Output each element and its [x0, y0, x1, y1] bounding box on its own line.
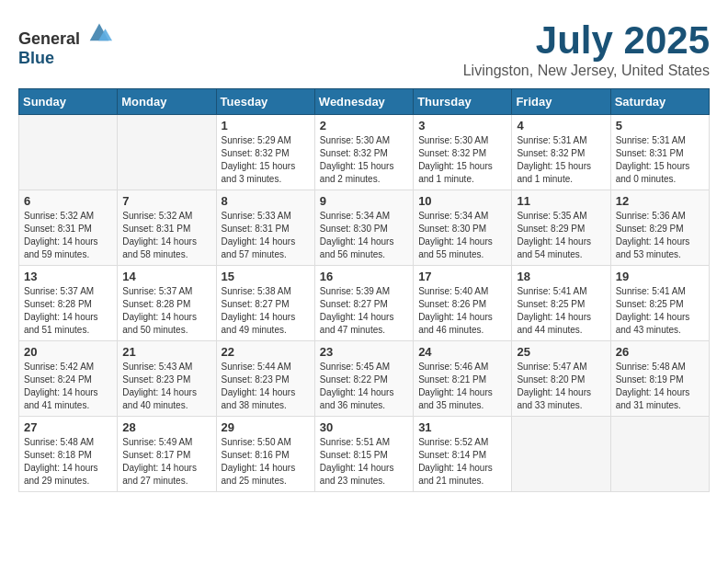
day-number: 29 [222, 420, 310, 434]
day-number: 25 [517, 345, 605, 359]
day-info: Sunrise: 5:41 AMSunset: 8:25 PMDaylight:… [517, 285, 605, 337]
calendar-cell: 1Sunrise: 5:29 AMSunset: 8:32 PMDaylight… [216, 115, 314, 190]
calendar-cell: 28Sunrise: 5:49 AMSunset: 8:17 PMDayligh… [118, 417, 216, 492]
day-info: Sunrise: 5:32 AMSunset: 8:31 PMDaylight:… [122, 210, 210, 261]
calendar-week-row: 20Sunrise: 5:42 AMSunset: 8:24 PMDayligh… [19, 341, 710, 417]
calendar-cell: 29Sunrise: 5:50 AMSunset: 8:16 PMDayligh… [216, 417, 314, 492]
weekday-header-row: SundayMondayTuesdayWednesdayThursdayFrid… [19, 89, 710, 115]
day-info: Sunrise: 5:35 AMSunset: 8:29 PMDaylight:… [517, 210, 605, 261]
calendar-table: SundayMondayTuesdayWednesdayThursdayFrid… [18, 88, 710, 492]
calendar-week-row: 13Sunrise: 5:37 AMSunset: 8:28 PMDayligh… [19, 266, 710, 341]
day-number: 19 [616, 270, 704, 283]
weekday-header: Saturday [610, 89, 709, 115]
day-info: Sunrise: 5:36 AMSunset: 8:29 PMDaylight:… [616, 210, 704, 261]
calendar-cell: 21Sunrise: 5:43 AMSunset: 8:23 PMDayligh… [118, 341, 216, 417]
calendar-cell: 17Sunrise: 5:40 AMSunset: 8:26 PMDayligh… [414, 266, 512, 341]
calendar-cell: 12Sunrise: 5:36 AMSunset: 8:29 PMDayligh… [610, 190, 709, 266]
calendar-cell: 9Sunrise: 5:34 AMSunset: 8:30 PMDaylight… [314, 190, 413, 266]
day-info: Sunrise: 5:37 AMSunset: 8:28 PMDaylight:… [24, 285, 112, 337]
weekday-header: Sunday [19, 89, 118, 115]
day-number: 12 [616, 194, 704, 208]
day-info: Sunrise: 5:49 AMSunset: 8:17 PMDaylight:… [122, 436, 210, 488]
day-number: 17 [418, 270, 506, 283]
calendar-cell: 2Sunrise: 5:30 AMSunset: 8:32 PMDaylight… [314, 115, 413, 190]
logo-icon [86, 18, 112, 44]
calendar-cell: 10Sunrise: 5:34 AMSunset: 8:30 PMDayligh… [414, 190, 512, 266]
day-info: Sunrise: 5:44 AMSunset: 8:23 PMDaylight:… [222, 361, 310, 412]
day-info: Sunrise: 5:41 AMSunset: 8:25 PMDaylight:… [616, 285, 704, 337]
day-number: 14 [122, 270, 210, 283]
day-number: 26 [616, 345, 704, 359]
day-info: Sunrise: 5:50 AMSunset: 8:16 PMDaylight:… [222, 436, 310, 488]
day-number: 2 [320, 119, 408, 132]
weekday-header: Wednesday [314, 89, 413, 115]
calendar-cell: 26Sunrise: 5:48 AMSunset: 8:19 PMDayligh… [610, 341, 709, 417]
calendar-cell: 14Sunrise: 5:37 AMSunset: 8:28 PMDayligh… [118, 266, 216, 341]
day-number: 1 [222, 119, 310, 132]
calendar-cell: 19Sunrise: 5:41 AMSunset: 8:25 PMDayligh… [610, 266, 709, 341]
day-number: 9 [320, 194, 408, 208]
day-info: Sunrise: 5:29 AMSunset: 8:32 PMDaylight:… [222, 134, 310, 186]
day-number: 28 [122, 420, 210, 434]
day-number: 4 [517, 119, 605, 132]
calendar-cell: 13Sunrise: 5:37 AMSunset: 8:28 PMDayligh… [19, 266, 118, 341]
day-info: Sunrise: 5:31 AMSunset: 8:31 PMDaylight:… [616, 134, 704, 186]
calendar-cell: 15Sunrise: 5:38 AMSunset: 8:27 PMDayligh… [216, 266, 314, 341]
weekday-header: Friday [512, 89, 610, 115]
day-number: 6 [24, 194, 112, 208]
day-number: 11 [517, 194, 605, 208]
day-info: Sunrise: 5:51 AMSunset: 8:15 PMDaylight:… [320, 436, 408, 488]
day-number: 13 [24, 270, 112, 283]
calendar-cell [19, 115, 118, 190]
calendar-cell: 5Sunrise: 5:31 AMSunset: 8:31 PMDaylight… [610, 115, 709, 190]
day-number: 3 [418, 119, 506, 132]
day-info: Sunrise: 5:48 AMSunset: 8:19 PMDaylight:… [616, 361, 704, 412]
calendar-cell [610, 417, 709, 492]
weekday-header: Monday [118, 89, 216, 115]
calendar-cell: 16Sunrise: 5:39 AMSunset: 8:27 PMDayligh… [314, 266, 413, 341]
day-number: 31 [418, 420, 506, 434]
logo-blue: Blue [18, 49, 54, 67]
day-number: 30 [320, 420, 408, 434]
day-info: Sunrise: 5:33 AMSunset: 8:31 PMDaylight:… [222, 210, 310, 261]
calendar-week-row: 1Sunrise: 5:29 AMSunset: 8:32 PMDaylight… [19, 115, 710, 190]
calendar-cell: 27Sunrise: 5:48 AMSunset: 8:18 PMDayligh… [19, 417, 118, 492]
calendar-cell: 4Sunrise: 5:31 AMSunset: 8:32 PMDaylight… [512, 115, 610, 190]
calendar-week-row: 27Sunrise: 5:48 AMSunset: 8:18 PMDayligh… [19, 417, 710, 492]
calendar-cell: 25Sunrise: 5:47 AMSunset: 8:20 PMDayligh… [512, 341, 610, 417]
day-info: Sunrise: 5:32 AMSunset: 8:31 PMDaylight:… [24, 210, 112, 261]
calendar-cell [512, 417, 610, 492]
day-number: 8 [222, 194, 310, 208]
day-number: 5 [616, 119, 704, 132]
calendar-cell: 23Sunrise: 5:45 AMSunset: 8:22 PMDayligh… [314, 341, 413, 417]
month-year-title: July 2025 [463, 18, 710, 63]
day-info: Sunrise: 5:31 AMSunset: 8:32 PMDaylight:… [517, 134, 605, 186]
day-info: Sunrise: 5:37 AMSunset: 8:28 PMDaylight:… [122, 285, 210, 337]
logo-general: General [18, 29, 80, 48]
day-info: Sunrise: 5:30 AMSunset: 8:32 PMDaylight:… [320, 134, 408, 186]
weekday-header: Thursday [414, 89, 512, 115]
day-info: Sunrise: 5:38 AMSunset: 8:27 PMDaylight:… [222, 285, 310, 337]
location-subtitle: Livingston, New Jersey, United States [463, 63, 710, 79]
day-info: Sunrise: 5:30 AMSunset: 8:32 PMDaylight:… [418, 134, 506, 186]
calendar-cell: 3Sunrise: 5:30 AMSunset: 8:32 PMDaylight… [414, 115, 512, 190]
day-info: Sunrise: 5:48 AMSunset: 8:18 PMDaylight:… [24, 436, 112, 488]
page-header: General Blue July 2025 Livingston, New J… [18, 18, 710, 79]
calendar-cell: 30Sunrise: 5:51 AMSunset: 8:15 PMDayligh… [314, 417, 413, 492]
day-info: Sunrise: 5:34 AMSunset: 8:30 PMDaylight:… [320, 210, 408, 261]
calendar-cell: 22Sunrise: 5:44 AMSunset: 8:23 PMDayligh… [216, 341, 314, 417]
day-number: 10 [418, 194, 506, 208]
calendar-cell: 24Sunrise: 5:46 AMSunset: 8:21 PMDayligh… [414, 341, 512, 417]
calendar-cell: 31Sunrise: 5:52 AMSunset: 8:14 PMDayligh… [414, 417, 512, 492]
calendar-cell: 7Sunrise: 5:32 AMSunset: 8:31 PMDaylight… [118, 190, 216, 266]
day-info: Sunrise: 5:47 AMSunset: 8:20 PMDaylight:… [517, 361, 605, 412]
day-number: 18 [517, 270, 605, 283]
day-info: Sunrise: 5:34 AMSunset: 8:30 PMDaylight:… [418, 210, 506, 261]
calendar-cell: 8Sunrise: 5:33 AMSunset: 8:31 PMDaylight… [216, 190, 314, 266]
day-number: 22 [222, 345, 310, 359]
day-number: 7 [122, 194, 210, 208]
day-info: Sunrise: 5:40 AMSunset: 8:26 PMDaylight:… [418, 285, 506, 337]
calendar-cell: 20Sunrise: 5:42 AMSunset: 8:24 PMDayligh… [19, 341, 118, 417]
calendar-cell: 6Sunrise: 5:32 AMSunset: 8:31 PMDaylight… [19, 190, 118, 266]
title-block: July 2025 Livingston, New Jersey, United… [463, 18, 710, 79]
